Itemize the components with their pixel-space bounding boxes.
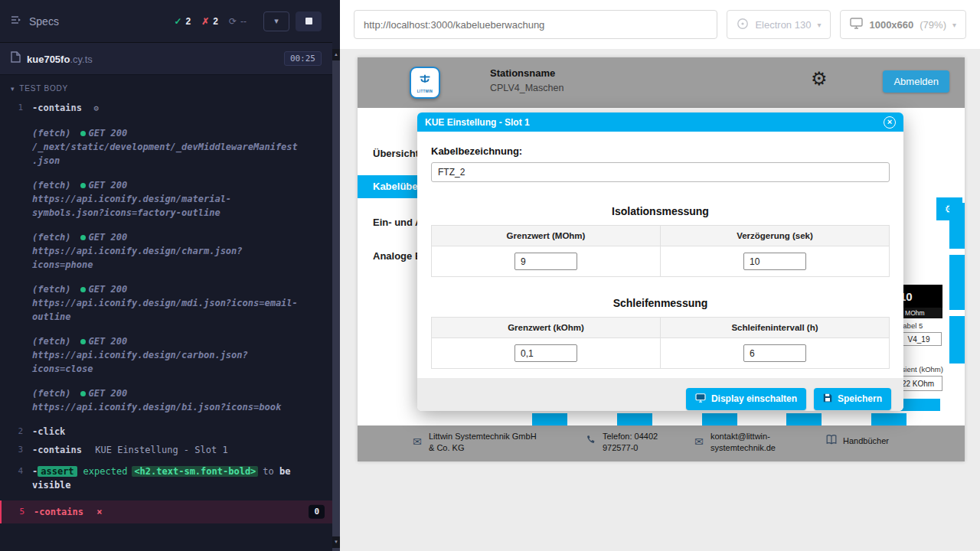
collapse-button[interactable]: ▾ [263, 11, 289, 31]
scroll-down-arrow[interactable]: ▼ [332, 536, 340, 548]
fetch-url: https://api.iconify.design/carbon.json?i… [32, 348, 299, 376]
specs-menu-icon[interactable] [11, 15, 23, 28]
fetch-url: https://api.iconify.design/mdi.json?icon… [32, 296, 299, 324]
browser-select[interactable]: Electron 130 ▾ [727, 10, 831, 39]
slot-button-fragment[interactable] [786, 413, 822, 426]
isolationsmessung-table: Grenzwert (MOhm) Verzögerung (sek) [431, 225, 890, 277]
log-row-assert[interactable]: 4 -assertexpected<h2.text-sm.font-bold>t… [0, 462, 332, 494]
email-icon: ✉ [694, 435, 704, 448]
chevron-down-icon: ▾ [11, 85, 15, 93]
chevron-down-icon: ▾ [952, 21, 956, 29]
scrollbar-cap [332, 0, 340, 49]
log-fetch-row[interactable]: (fetch)GET 200 https://api.iconify.desig… [0, 176, 332, 222]
slot-button-fragment[interactable] [871, 413, 906, 426]
url-input[interactable] [354, 10, 717, 39]
kabelbezeichnung-input[interactable] [431, 162, 890, 182]
spec-duration-badge: 00:25 [284, 51, 322, 66]
email-text[interactable]: kontakt@littwin-systemtechnik.de [710, 431, 790, 454]
slot-button-fragment[interactable] [532, 413, 567, 426]
status-dot-icon [80, 183, 86, 188]
iso-col-verzoegerung: Verzögerung (sek) [661, 226, 890, 246]
scroll-up-arrow[interactable]: ▲ [332, 49, 340, 60]
timer-value: -- [240, 16, 247, 27]
save-button[interactable]: Speichern [814, 388, 891, 410]
phone-text[interactable]: Telefon: 04402 972577-0 [603, 431, 682, 454]
fetch-tag: (fetch) [32, 180, 71, 191]
specs-label[interactable]: Specs [29, 15, 59, 28]
browser-name: Electron 130 [755, 19, 811, 31]
close-icon[interactable]: × [884, 116, 896, 129]
gear-icon: ⚙ [93, 103, 99, 113]
fetch-status: GET 200 [89, 180, 128, 191]
slot-button-fragment[interactable] [617, 413, 652, 426]
log-row-click[interactable]: 2 -click [0, 422, 332, 441]
fetch-status: GET 200 [89, 128, 128, 139]
chevron-down-icon: ▾ [817, 21, 821, 29]
command-name: -contains [32, 445, 82, 455]
fetch-status: GET 200 [89, 336, 128, 347]
settings-gear-icon[interactable]: ⚙ [811, 68, 828, 90]
assert-badge: assert [38, 466, 77, 477]
row-number: 3 [3, 444, 23, 457]
spec-file-row[interactable]: kue705fo.cy.ts 00:25 [0, 43, 332, 75]
stop-button[interactable] [296, 11, 322, 31]
failed-stat: ✗ 2 [201, 16, 218, 27]
slot-panel-fragment [949, 203, 965, 249]
app-footer: ✉ Littwin Systemtechnik GmbH & Co. KG Te… [358, 425, 965, 461]
log-row-contains-3[interactable]: 3 -contains KUE Einstellung - Slot 1 [0, 441, 332, 459]
fetch-tag: (fetch) [32, 284, 71, 295]
fetch-url: https://api.iconify.design/bi.json?icons… [32, 400, 299, 414]
log-fetch-row[interactable]: (fetch)GET 200 https://api.iconify.desig… [0, 228, 332, 274]
fetch-tag: (fetch) [32, 388, 71, 399]
row-number: 1 [3, 102, 23, 115]
fetch-tag: (fetch) [32, 128, 71, 139]
test-body-section[interactable]: ▾ TEST BODY [0, 75, 332, 99]
slot-panel-fragment [949, 316, 965, 364]
display-on-button[interactable]: Display einschalten [686, 388, 806, 410]
fetch-url: https://api.iconify.design/material-symb… [32, 192, 299, 220]
slot-button-fragment[interactable] [702, 413, 737, 426]
modal-title: KUE Einstellung - Slot 1 [425, 117, 530, 128]
log-row-contains-failed[interactable]: 5 -contains × 0 [0, 500, 332, 523]
status-dot-icon [80, 339, 86, 344]
iso-verzoegerung-input[interactable] [743, 253, 806, 270]
fetch-tag: (fetch) [32, 336, 71, 347]
station-info: Stationsname CPLV4_Maschen [490, 67, 564, 93]
spec-name: kue705fo [27, 54, 70, 65]
log-row-contains-1[interactable]: 1 -contains ⚙ [0, 99, 332, 118]
log-fetch-row[interactable]: (fetch)GET 200 https://api.iconify.desig… [0, 384, 332, 416]
stop-icon [305, 18, 312, 24]
iso-grenzwert-input[interactable] [514, 253, 577, 270]
station-label: Stationsname [490, 67, 564, 79]
loop-intervall-input[interactable] [743, 344, 806, 362]
assert-expected: expected [83, 466, 128, 477]
count-badge: 0 [309, 504, 325, 519]
fail-x-icon: × [96, 507, 102, 517]
app-frame: LITTWIN Stationsname CPLV4_Maschen ⚙ Abm… [358, 57, 965, 461]
fetch-status: GET 200 [89, 388, 128, 399]
manuals-link[interactable]: Handbücher [843, 435, 889, 447]
command-name: -contains [32, 103, 82, 113]
modal-body: Kabelbezeichnung: Isolationsmessung Gren… [417, 132, 903, 369]
log-fetch-row[interactable]: (fetch)GET 200 /_next/static/development… [0, 124, 332, 170]
fetch-status: GET 200 [89, 232, 128, 243]
check-icon: ✓ [174, 16, 181, 27]
viewport-size: 1000x660 [869, 19, 913, 31]
floppy-disk-icon [823, 393, 832, 405]
failed-count: 2 [213, 16, 218, 27]
test-body-label: TEST BODY [19, 84, 68, 93]
viewport-select[interactable]: 1000x660 (79%) ▾ [840, 10, 966, 39]
pending-stat: ⟳ -- [229, 16, 247, 27]
loop-grenzwert-input[interactable] [514, 344, 577, 362]
log-fetch-row[interactable]: (fetch)GET 200 https://api.iconify.desig… [0, 332, 332, 378]
loop-col-grenzwert: Grenzwert (kOhm) [432, 318, 661, 338]
logout-button[interactable]: Abmelden [883, 70, 949, 93]
aut-viewport: LITTWIN Stationsname CPLV4_Maschen ⚙ Abm… [340, 49, 980, 551]
sidebar-scrollbar[interactable]: ▲ ▼ [332, 0, 340, 551]
nav-item-uebersicht[interactable]: Übersicht [373, 148, 419, 159]
schleifenmessung-table: Grenzwert (kOhm) Schleifenintervall (h) [431, 317, 890, 369]
log-fetch-row[interactable]: (fetch)GET 200 https://api.iconify.desig… [0, 280, 332, 326]
runner-header: Specs ✓ 2 ✗ 2 ⟳ -- ▾ [0, 0, 332, 43]
status-dot-icon [80, 287, 86, 292]
kabelbezeichnung-label: Kabelbezeichnung: [431, 145, 890, 157]
